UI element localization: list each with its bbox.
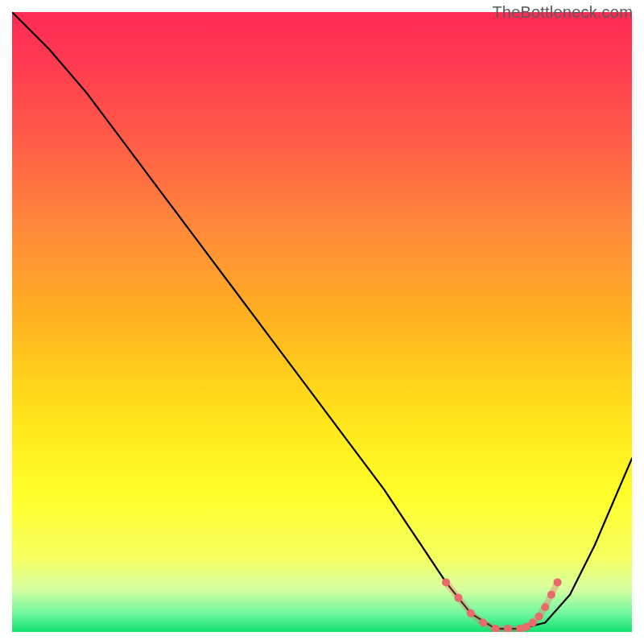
svg-point-4: [479, 619, 487, 627]
chart-container: TheBottleneck.com: [0, 0, 644, 644]
chart-lines: [12, 12, 632, 632]
svg-point-12: [547, 591, 555, 599]
svg-point-11: [541, 603, 549, 611]
svg-point-1: [442, 578, 450, 586]
watermark-text: TheBottleneck.com: [492, 3, 633, 22]
svg-point-2: [454, 594, 462, 602]
svg-point-13: [554, 578, 562, 586]
plot-area: [12, 12, 632, 632]
svg-point-3: [467, 609, 475, 617]
curve-line: [12, 12, 632, 629]
svg-point-10: [535, 613, 543, 621]
svg-point-9: [529, 619, 537, 627]
